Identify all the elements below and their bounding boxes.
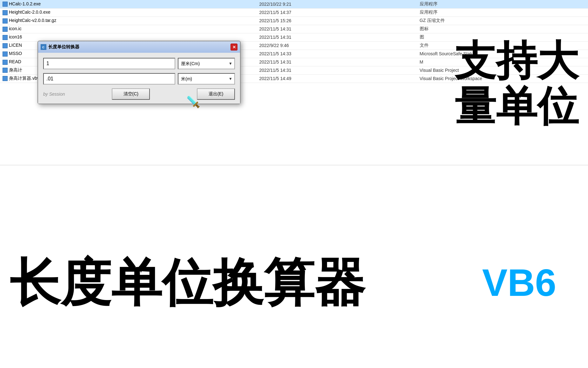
converter-dialog: C 长度单位转换器 ✕ 厘米(Cm) 米(m) 千米(km) 英寸(in) 英尺… (37, 41, 241, 104)
result-input[interactable] (43, 73, 175, 85)
file-icon (3, 60, 8, 65)
file-date-cell: 2022/11/5 14:49 (257, 74, 417, 83)
table-row[interactable]: HeightCalc-v2.0.0.tar.gz 2022/11/5 15:26… (0, 17, 588, 25)
dialog-title-left: C 长度单位转换器 (41, 44, 79, 50)
bottom-title: 长度单位换算器 (10, 255, 365, 311)
file-date-cell: 2022/11/5 14:31 (257, 25, 417, 33)
file-icon (3, 51, 8, 57)
file-icon (3, 10, 8, 15)
unit-select-wrapper-2: 米(m) 厘米(Cm) 千米(km) 英寸(in) 英尺(ft) (178, 73, 235, 85)
value-input[interactable] (43, 58, 175, 69)
dialog-app-icon: C (41, 44, 46, 50)
clear-button[interactable]: 清空(C) (112, 88, 150, 100)
file-type-cell: 图标 (417, 25, 588, 33)
vb6-label: VB6 (482, 261, 556, 304)
minecraft-sword-icon (184, 93, 203, 112)
file-type-cell: GZ 压缩文件 (417, 17, 588, 25)
unit-select-wrapper-1: 厘米(Cm) 米(m) 千米(km) 英寸(in) 英尺(ft) (178, 58, 235, 69)
overlay-line1: 支持大 (455, 38, 578, 84)
file-date-cell: 2022/9/22 9:46 (257, 41, 417, 50)
dialog-close-button[interactable]: ✕ (231, 44, 237, 51)
file-icon (3, 35, 8, 40)
by-session-label: by Session (43, 92, 65, 97)
svg-text:C: C (42, 46, 44, 49)
file-date-cell: 2022/11/5 15:26 (257, 17, 417, 25)
file-name-cell: HeightCalc-v2.0.0.tar.gz (0, 17, 257, 25)
file-type-cell: 应用程序 (417, 8, 588, 17)
overlay-right-text: 支持大 量单位 (455, 38, 578, 129)
file-name-cell: HCalc-1.0.2.exe (0, 0, 257, 8)
file-icon (3, 2, 8, 7)
input-row-1: 厘米(Cm) 米(m) 千米(km) 英寸(in) 英尺(ft) (43, 58, 235, 69)
unit-select-2[interactable]: 米(m) 厘米(Cm) 千米(km) 英寸(in) 英尺(ft) (178, 73, 235, 85)
file-date-cell: 2022/11/5 14:33 (257, 50, 417, 58)
table-row[interactable]: HeightCalc-2.0.0.exe 2022/11/5 14:37 应用程… (0, 8, 588, 17)
file-date-cell: 2022/11/5 14:31 (257, 66, 417, 74)
file-icon (3, 43, 8, 48)
dialog-titlebar: C 长度单位转换器 ✕ (38, 41, 240, 53)
file-date-cell: 2022/10/22 9:21 (257, 0, 417, 8)
file-date-cell: 2022/11/5 14:37 (257, 8, 417, 17)
file-date-cell: 2022/11/5 14:31 (257, 58, 417, 66)
file-name-cell: icon.ic (0, 25, 257, 33)
file-name-cell: HeightCalc-2.0.0.exe (0, 8, 257, 17)
file-icon (3, 68, 8, 73)
file-type-cell: 应用程序 (417, 0, 588, 8)
table-row[interactable]: HCalc-1.0.2.exe 2022/10/22 9:21 应用程序 (0, 0, 588, 8)
file-date-cell: 2022/11/5 14:31 (257, 33, 417, 41)
file-icon (3, 27, 8, 32)
file-name-cell: icon16 (0, 33, 257, 41)
file-icon (3, 18, 8, 24)
dialog-body: 厘米(Cm) 米(m) 千米(km) 英寸(in) 英尺(ft) 米(m) 厘米… (38, 53, 240, 104)
button-row: by Session 清空(C) 退出(E) (43, 88, 235, 100)
file-icon (3, 76, 8, 81)
overlay-line2: 量单位 (455, 84, 578, 129)
unit-select-1[interactable]: 厘米(Cm) 米(m) 千米(km) 英寸(in) 英尺(ft) (178, 58, 235, 69)
dialog-title: 长度单位转换器 (48, 44, 79, 50)
input-row-2: 米(m) 厘米(Cm) 千米(km) 英寸(in) 英尺(ft) (43, 73, 235, 85)
table-row[interactable]: icon.ic 2022/11/5 14:31 图标 (0, 25, 588, 33)
